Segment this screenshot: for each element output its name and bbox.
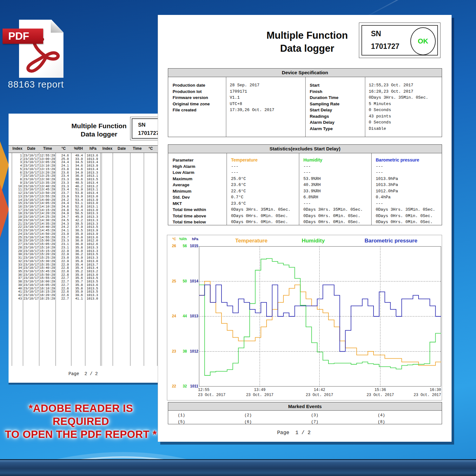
marked-event-slot: (2)	[244, 413, 252, 418]
y-tick-humidity: 38	[177, 349, 187, 354]
spec-row: Duration Time0Days 3Hrs. 35Min. 0Sec.	[305, 95, 442, 101]
table-row: 2423/10/1714:50:2923.935.91013.9	[12, 233, 158, 236]
y-tick-temp: 22	[168, 384, 176, 388]
y-tick-temp: 24	[168, 314, 176, 318]
page1-sn-box: SN 1701727 OK	[359, 23, 440, 58]
marked-event-slot: (3)	[311, 413, 318, 418]
plot-area	[199, 246, 441, 387]
x-tick: 23 Oct. 2017	[400, 393, 441, 397]
spec-row: Production lot1709171	[168, 89, 305, 95]
stat-row: Total time within0Days 3Hrs. 35Min. 0Sec…	[168, 207, 442, 213]
stat-row: High Alarm---------	[168, 163, 442, 170]
legend-temperature: Temperature	[223, 238, 280, 244]
page1-title: Multiple FunctionData logger	[247, 29, 367, 55]
spec-row: Start12:55,23 Oct. 2017	[305, 82, 442, 89]
marked-event-slot: (1)	[178, 413, 185, 418]
axis-unit-temp: °C	[168, 237, 176, 241]
stat-row: Maximum25.0°C53.9%RH1013.9hPa	[168, 176, 442, 182]
stat-row: Average23.6°C40.3%RH1013.3hPa	[168, 182, 442, 188]
y-tick-pressure: 1015	[187, 244, 198, 248]
x-tick: 23 Oct. 2017	[198, 393, 239, 397]
spec-row: Readings43 points	[305, 113, 442, 120]
stat-row: ParameterTemperatureHumidityBarometric p…	[168, 157, 442, 163]
y-tick-humidity: 56	[177, 244, 187, 248]
device-specification-title: Device Specification	[168, 69, 442, 77]
page2-page-number: Page 2 / 2	[9, 371, 158, 376]
desktop-icon-label[interactable]: 88163 report	[3, 79, 69, 90]
wallpaper-flare	[0, 141, 10, 240]
readings-table-body: 123/10/1712:55:2924.649.41013.6223/10/17…	[9, 153, 158, 366]
pdf-banner: PDF	[3, 29, 43, 44]
y-tick-pressure: 1014	[187, 279, 198, 283]
table-row: 2823/10/1715:10:2923.135.81013.3	[12, 246, 158, 250]
spec-row: Original time zoneUTC+8	[168, 101, 305, 107]
x-tick: 12:55	[198, 388, 239, 392]
spec-row: Finish16:28,23 Oct. 2017	[305, 89, 442, 95]
ok-status-badge: OK	[410, 27, 436, 55]
x-tick: 23 Oct. 2017	[239, 393, 281, 397]
x-tick: 13:49	[239, 388, 281, 392]
chart: Temperature Humidity Barometric pressure…	[167, 235, 442, 400]
y-tick-humidity: 32	[177, 384, 187, 388]
device-specification-table: Device Specification Production date28 S…	[168, 68, 442, 137]
marked-events-title: Marked Events	[168, 402, 442, 411]
stat-row: Low Alarm---------	[168, 169, 442, 176]
adobe-reader-warning: *ADOBE READER IS REQUIRED TO OPEN THE PD…	[2, 402, 160, 441]
sn-value: 1701727	[371, 42, 400, 51]
spec-row: Firmware versionV1.1	[168, 95, 305, 101]
stat-row: Total time below0Days 0Hrs. 0Min. 0Sec.0…	[168, 219, 442, 225]
stat-row: Minimum22.6°C33.9%RH1012.0hPa	[168, 188, 442, 195]
y-tick-pressure: 1011	[187, 384, 198, 388]
statistics-title: Statistics(excludes Start Delay)	[168, 145, 442, 153]
x-tick: 15:36	[360, 388, 401, 392]
marked-event-slot: (6)	[244, 420, 252, 424]
stat-row: Total time above0Days 0Hrs. 0Min. 0Sec.0…	[168, 213, 442, 219]
table-row: 1323/10/1713:55:2923.953.91013.0	[12, 195, 158, 199]
x-tick: 23 Oct. 2017	[360, 393, 401, 397]
page2-sn-box: SN 1701727	[130, 117, 158, 140]
x-tick: 16:30	[400, 388, 441, 392]
y-tick-pressure: 1012	[187, 349, 198, 354]
marked-events-table: Marked Events (1)(2)(3)(4)(5)(6)(7)(8)	[168, 402, 442, 424]
spec-row: File created17:39,26 Oct. 2017	[168, 107, 305, 113]
report-page-2: Multiple FunctionData logger SN 1701727 …	[9, 114, 158, 383]
statistics-table: Statistics(excludes Start Delay) Paramet…	[168, 144, 442, 225]
series-barometric-pressure	[199, 285, 441, 352]
table-row: 3223/10/1715:30:2922.935.81013.0	[12, 260, 158, 263]
marked-event-slot: (5)	[178, 420, 185, 424]
series-temperature	[199, 281, 441, 366]
stat-row: Std. Dev0.7°C6.8%RH0.4hPa	[168, 194, 442, 201]
spec-row: Alarm Delay0 Seconds	[305, 119, 442, 126]
report-page-1: Multiple FunctionData logger SN 1701727 …	[158, 15, 452, 442]
table-row: 923/10/1713:35:2923.340.51013.4	[12, 182, 158, 185]
table-row	[12, 301, 158, 366]
legend-humidity: Humidity	[294, 238, 332, 244]
y-tick-humidity: 50	[177, 279, 187, 283]
sn-label: SN	[138, 121, 158, 129]
readings-table-header: IndexDateTime°C%RHhPaIndexDateTime°C	[9, 145, 158, 153]
y-tick-pressure: 1013	[187, 314, 198, 318]
pdf-report-desktop-icon[interactable]: PDF 88163 report	[3, 17, 66, 91]
y-tick-temp: 25	[168, 279, 176, 283]
spec-row: Start Delay0 Seconds	[305, 107, 442, 113]
spec-row: Production date28 Sep. 2017	[168, 82, 305, 89]
y-tick-temp: 23	[168, 349, 176, 354]
axis-unit-pressure: hPa	[188, 237, 198, 241]
stat-row: MKT23.6°C------	[168, 201, 442, 207]
page-curl	[51, 20, 63, 33]
y-tick-humidity: 44	[177, 314, 187, 318]
page1-page-number: Page 1 / 2	[246, 430, 341, 436]
table-row: 4323/10/1716:25:2922.741.11013.0	[12, 297, 158, 301]
taskbar: PDF ИЗ ▲ 16:06 10.02.2012	[0, 459, 476, 476]
axis-unit-humidity: %Rh	[177, 237, 187, 241]
marked-event-slot: (8)	[378, 420, 385, 424]
y-tick-temp: 26	[168, 244, 176, 248]
series-humidity	[199, 259, 441, 375]
x-tick: 14:42	[299, 388, 340, 392]
desktop: PDF 88163 report Multiple FunctionData l…	[0, 0, 476, 476]
marked-event-slot: (4)	[378, 413, 385, 418]
spec-row: Alarm TypeDisable	[305, 126, 442, 132]
sn-value: 1701727	[138, 129, 158, 137]
spec-row: Sampling Rate5 Minutes	[305, 101, 442, 107]
legend-pressure: Barometric pressure	[353, 238, 429, 244]
